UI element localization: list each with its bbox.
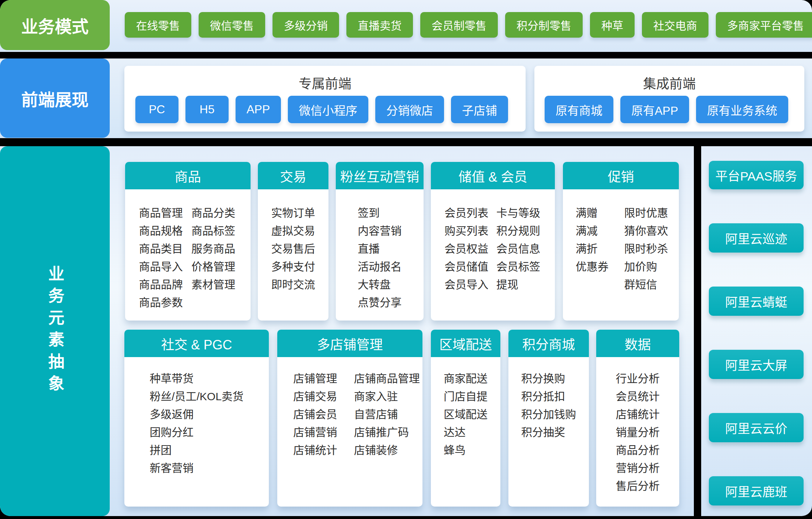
card-social-pgc: 社交 & PGC 种草带货粉丝/员工/KOL卖货多级返佣团购分红拼团新客营销 bbox=[124, 330, 269, 507]
card-item: 猜你喜欢 bbox=[624, 222, 679, 240]
card-item: 商品类目 bbox=[139, 240, 191, 258]
card-item: 积分抽奖 bbox=[521, 423, 576, 441]
card-item: 会员标签 bbox=[496, 258, 555, 276]
card-column: 种草带货粉丝/员工/KOL卖货多级返佣团购分红拼团新客营销 bbox=[150, 370, 244, 507]
card-item: 活动报名 bbox=[358, 258, 402, 276]
card-multi-shop: 多店铺管理 店铺管理店铺交易店铺会员店铺营销店铺统计 店铺商品管理商家入驻自营店… bbox=[277, 330, 422, 507]
card-item: 即时交流 bbox=[271, 276, 315, 293]
card-item: 多级返佣 bbox=[150, 405, 244, 423]
band-frontend: 前端展现 专属前端 PCH5APP微信小程序分销微店子店铺 集成前端 原有商城原… bbox=[0, 58, 812, 138]
frontend-button[interactable]: 原有APP bbox=[620, 96, 689, 123]
card-title: 粉丝互动营销 bbox=[336, 162, 424, 189]
diagram-canvas: 业务模式 在线零售微信零售多级分销直播卖货会员制零售积分制零售种草社交电商多商家… bbox=[0, 0, 812, 519]
card-item: 满减 bbox=[576, 222, 624, 240]
card-title: 交易 bbox=[258, 162, 328, 189]
band-elements: 业务元素抽象 商品 商品管理商品规格商品类目商品导入商品品牌商品参数 商品分类商… bbox=[0, 146, 812, 516]
band-label-text: 业务元素抽象 bbox=[47, 265, 63, 397]
panel-title: 专属前端 bbox=[124, 73, 526, 92]
card-item: 优惠券 bbox=[576, 258, 624, 276]
frontend-button[interactable]: 微信小程序 bbox=[288, 96, 368, 123]
card-item: 会员导入 bbox=[444, 276, 496, 293]
card-item: 商家入驻 bbox=[354, 387, 422, 405]
card-item: 店铺会员 bbox=[293, 405, 354, 423]
card-item: 店铺推广码 bbox=[354, 423, 422, 441]
card-column: 商品管理商品规格商品类目商品导入商品品牌商品参数 bbox=[139, 204, 191, 321]
frontend-button[interactable]: H5 bbox=[185, 96, 229, 123]
card-item: 会员储值 bbox=[444, 258, 496, 276]
band-label-business-models: 业务模式 bbox=[0, 0, 110, 50]
card-title: 多店铺管理 bbox=[277, 330, 422, 357]
paas-service-button[interactable]: 阿里云巡迹 bbox=[709, 223, 804, 253]
paas-service-button[interactable]: 阿里云云价 bbox=[709, 413, 804, 442]
card-stored-value-member: 储值 & 会员 会员列表购买列表会员权益会员储值会员导入 卡与等级积分规则会员信… bbox=[431, 162, 555, 321]
business-model-button[interactable]: 微信零售 bbox=[199, 12, 265, 38]
card-item: 新客营销 bbox=[150, 459, 244, 477]
paas-service-button[interactable]: 阿里云大屏 bbox=[709, 350, 804, 379]
card-item: 商品标签 bbox=[191, 222, 251, 240]
business-model-button[interactable]: 在线零售 bbox=[125, 12, 191, 38]
card-column: 满赠满减满折优惠券 bbox=[576, 204, 624, 321]
frontend-button[interactable]: 原有商城 bbox=[545, 96, 613, 123]
card-title: 促销 bbox=[563, 162, 679, 189]
card-item: 内容营销 bbox=[358, 222, 402, 240]
card-column: 商家配送门店自提区域配送达达蜂鸟 bbox=[444, 370, 488, 507]
card-title: 区域配送 bbox=[431, 330, 500, 357]
integrated-frontend-buttons: 原有商城原有APP原有业务系统 bbox=[545, 96, 793, 123]
band-business-models: 业务模式 在线零售微信零售多级分销直播卖货会员制零售积分制零售种草社交电商多商家… bbox=[0, 0, 812, 52]
paas-service-button[interactable]: 阿里云鹿班 bbox=[709, 476, 804, 505]
card-item: 商品参数 bbox=[139, 293, 191, 311]
card-column: 店铺管理店铺交易店铺会员店铺营销店铺统计 bbox=[293, 370, 354, 507]
card-item: 满赠 bbox=[576, 204, 624, 222]
card-item: 区域配送 bbox=[444, 405, 488, 423]
card-item: 虚拟交易 bbox=[271, 222, 315, 240]
card-item: 自营店铺 bbox=[354, 405, 422, 423]
paas-service-button[interactable]: 阿里云蜻蜓 bbox=[709, 287, 804, 316]
card-item: 会员统计 bbox=[616, 387, 660, 405]
card-item: 达达 bbox=[444, 423, 488, 441]
card-column: 签到内容营销直播活动报名大转盘点赞分享 bbox=[358, 204, 402, 321]
card-promotion: 促销 满赠满减满折优惠券 限时优惠猜你喜欢限时秒杀加价购群短信 bbox=[563, 162, 679, 321]
card-points-mall: 积分商城 积分换购积分抵扣积分加钱购积分抽奖 bbox=[508, 330, 589, 507]
frontend-button[interactable]: APP bbox=[236, 96, 281, 123]
card-fan-marketing: 粉丝互动营销 签到内容营销直播活动报名大转盘点赞分享 bbox=[336, 162, 424, 321]
card-item: 卡与等级 bbox=[496, 204, 555, 222]
card-item: 粉丝/员工/KOL卖货 bbox=[150, 387, 244, 405]
card-item: 会员权益 bbox=[444, 240, 496, 258]
business-model-button[interactable]: 种草 bbox=[590, 12, 635, 38]
card-item: 团购分红 bbox=[150, 423, 244, 441]
band-label-text: 业务模式 bbox=[21, 13, 89, 37]
business-model-button[interactable]: 积分制零售 bbox=[505, 12, 583, 38]
card-item: 商家配送 bbox=[444, 370, 488, 387]
frontend-button[interactable]: 原有业务系统 bbox=[696, 96, 788, 123]
card-column: 会员列表购买列表会员权益会员储值会员导入 bbox=[444, 204, 496, 321]
business-model-button[interactable]: 多级分销 bbox=[272, 12, 339, 38]
paas-title: 平台PAAS服务 bbox=[709, 161, 804, 189]
business-model-button[interactable]: 社交电商 bbox=[642, 12, 708, 38]
business-model-button[interactable]: 会员制零售 bbox=[420, 12, 498, 38]
card-item: 行业分析 bbox=[616, 370, 660, 387]
card-item: 提现 bbox=[496, 276, 555, 293]
card-item: 营销分析 bbox=[616, 459, 660, 477]
panel-title: 集成前端 bbox=[534, 73, 804, 92]
dedicated-frontend-buttons: PCH5APP微信小程序分销微店子店铺 bbox=[135, 96, 515, 123]
frontend-button[interactable]: 子店铺 bbox=[451, 96, 508, 123]
card-item: 门店自提 bbox=[444, 387, 488, 405]
business-model-button[interactable]: 直播卖货 bbox=[346, 12, 413, 38]
band-label-text: 前端展现 bbox=[21, 86, 89, 110]
card-item: 素材管理 bbox=[191, 276, 251, 293]
card-item: 限时优惠 bbox=[624, 204, 679, 222]
business-model-button[interactable]: 多商家平台零售 bbox=[716, 12, 812, 38]
card-title: 数据 bbox=[596, 330, 679, 357]
card-title: 储值 & 会员 bbox=[431, 162, 555, 189]
card-item: 会员信息 bbox=[496, 240, 555, 258]
band-label-elements: 业务元素抽象 bbox=[0, 146, 110, 516]
frontend-button[interactable]: 分销微店 bbox=[375, 96, 444, 123]
card-item: 积分加钱购 bbox=[521, 405, 576, 423]
card-item: 商品分类 bbox=[191, 204, 251, 222]
card-item: 群短信 bbox=[624, 276, 679, 293]
card-item: 积分规则 bbox=[496, 222, 555, 240]
frontend-button[interactable]: PC bbox=[135, 96, 178, 123]
card-item: 多种支付 bbox=[271, 258, 315, 276]
card-data: 数据 行业分析会员统计店铺统计销量分析商品分析营销分析售后分析 bbox=[596, 330, 679, 507]
card-item: 种草带货 bbox=[150, 370, 244, 387]
